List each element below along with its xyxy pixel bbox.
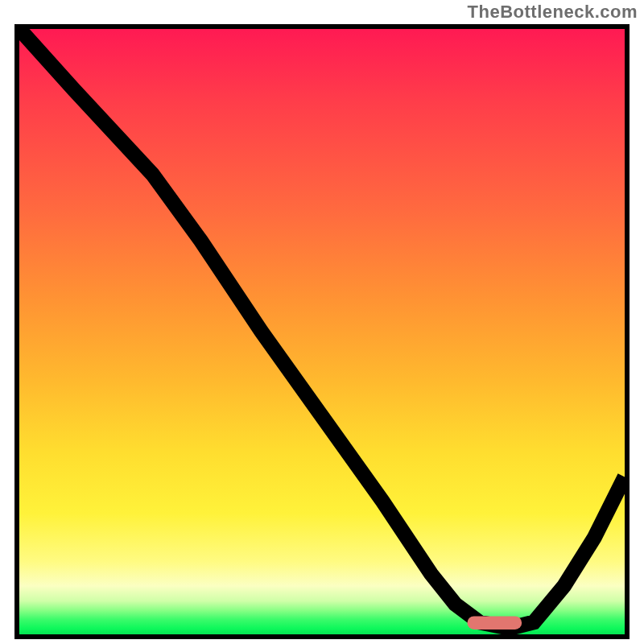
bottleneck-curve: [19, 29, 625, 628]
attribution-label: TheBottleneck.com: [468, 2, 638, 23]
chart-stage: TheBottleneck.com: [0, 0, 644, 644]
optimal-range-marker: [467, 616, 522, 630]
plot-overlay: [19, 29, 625, 634]
plot-frame: [14, 24, 630, 639]
